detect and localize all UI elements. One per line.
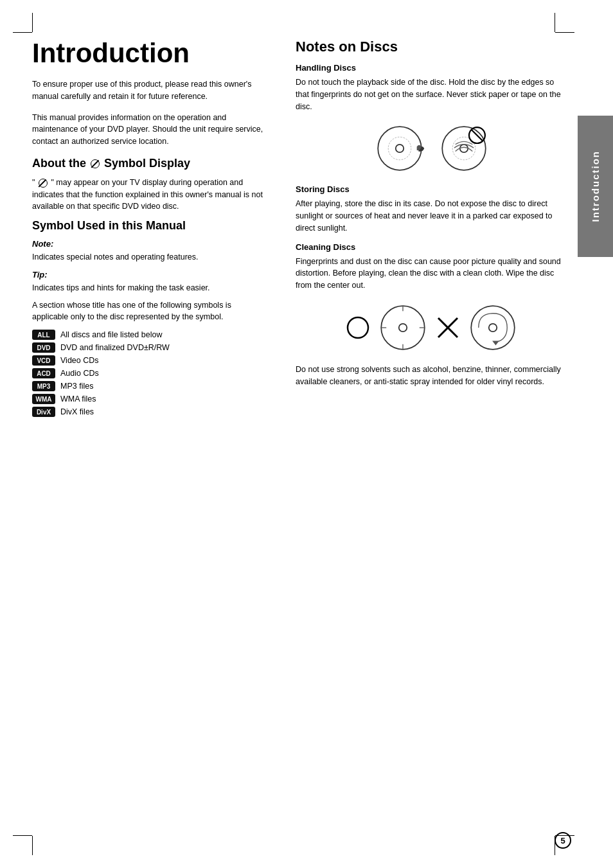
list-item: MP3 MP3 files — [32, 381, 263, 391]
svg-point-2 — [388, 137, 411, 160]
svg-point-0 — [378, 127, 422, 170]
storing-discs-body: After playing, store the disc in its cas… — [296, 198, 568, 234]
cleaning-good-disc-icon — [377, 302, 429, 353]
svg-point-1 — [396, 145, 404, 152]
page-number: 5 — [555, 832, 571, 849]
svg-point-9 — [381, 306, 425, 350]
sidebar-tab-label: Introduction — [590, 150, 601, 222]
corner-mark-tl-v — [32, 13, 33, 32]
about-symbol-heading: About the Symbol Display — [32, 157, 263, 170]
ok-circle-icon — [345, 315, 371, 341]
good-disc-icon — [374, 123, 425, 174]
intro-para-1: To ensure proper use of this product, pl… — [32, 78, 263, 103]
list-item: DivX DivX files — [32, 407, 263, 417]
badge-mp3-desc: MP3 files — [60, 382, 93, 391]
svg-point-3 — [442, 127, 486, 170]
badge-wma: WMA — [32, 394, 55, 404]
cleaning-discs-heading: Cleaning Discs — [296, 242, 568, 252]
corner-mark-tl-h — [13, 32, 32, 33]
about-symbol-body: " " may appear on your TV display during… — [32, 177, 263, 213]
cleaning-discs-body1: Fingerprints and dust on the disc can ca… — [296, 256, 568, 292]
svg-point-17 — [471, 306, 515, 350]
svg-point-4 — [460, 145, 468, 152]
symbol-used-heading: Symbol Used in this Manual — [32, 219, 263, 233]
badge-list: ALL All discs and file listed below DVD … — [32, 330, 263, 417]
list-item: VCD Video CDs — [32, 355, 263, 366]
badge-dvd-desc: DVD and finalized DVD±R/RW — [60, 343, 170, 352]
corner-mark-bl-v — [32, 836, 33, 855]
badge-acd: ACD — [32, 368, 55, 378]
applicable-text: A section whose title has one of the fol… — [32, 299, 263, 324]
badge-vcd-desc: Video CDs — [60, 356, 99, 365]
svg-point-10 — [399, 324, 407, 332]
badge-wma-desc: WMA files — [60, 394, 96, 403]
svg-marker-19 — [492, 341, 499, 345]
right-column: Notes on Discs Handling Discs Do not tou… — [289, 39, 568, 823]
cleaning-discs-body2: Do not use strong solvents such as alcoh… — [296, 364, 568, 388]
handling-discs-body: Do not touch the playback side of the di… — [296, 76, 568, 112]
handling-discs-heading: Handling Discs — [296, 63, 568, 73]
list-item: ACD Audio CDs — [32, 368, 263, 378]
tip-body: Indicates tips and hints for making the … — [32, 282, 263, 294]
storing-discs-heading: Storing Discs — [296, 184, 568, 194]
badge-acd-desc: Audio CDs — [60, 369, 99, 378]
cleaning-bad-disc-icon — [467, 302, 519, 353]
bad-disc-icon — [438, 123, 490, 174]
svg-point-5 — [452, 137, 475, 160]
badge-divx: DivX — [32, 407, 55, 417]
note-body: Indicates special notes and operating fe… — [32, 251, 263, 263]
cleaning-disc-images — [296, 302, 568, 353]
tip-label: Tip: — [32, 270, 263, 279]
page-title: Introduction — [32, 39, 263, 68]
list-item: DVD DVD and finalized DVD±R/RW — [32, 342, 263, 353]
sidebar-tab: Introduction — [578, 116, 613, 257]
badge-all: ALL — [32, 330, 55, 340]
page-container: Introduction 5 Introduction To ensure pr… — [0, 0, 613, 868]
x-symbol-icon — [435, 315, 461, 341]
badge-divx-desc: DivX files — [60, 407, 94, 416]
badge-dvd: DVD — [32, 342, 55, 353]
no-sign-inline — [39, 179, 48, 188]
notes-on-discs-heading: Notes on Discs — [296, 39, 568, 55]
left-column: Introduction To ensure proper use of thi… — [32, 39, 270, 823]
badge-mp3: MP3 — [32, 381, 55, 391]
svg-point-8 — [348, 317, 368, 338]
list-item: ALL All discs and file listed below — [32, 330, 263, 340]
svg-point-18 — [489, 324, 497, 332]
list-item: WMA WMA files — [32, 394, 263, 404]
intro-para-2: This manual provides information on the … — [32, 112, 263, 148]
no-sign-icon — [91, 159, 100, 168]
note-label: Note: — [32, 239, 263, 249]
corner-mark-tr-h — [555, 32, 574, 33]
corner-mark-bl-h — [13, 835, 32, 836]
badge-vcd: VCD — [32, 355, 55, 366]
handling-disc-images — [296, 123, 568, 174]
content-area: Introduction To ensure proper use of thi… — [32, 39, 568, 823]
corner-mark-tr-v — [555, 13, 555, 32]
badge-all-desc: All discs and file listed below — [60, 330, 162, 339]
